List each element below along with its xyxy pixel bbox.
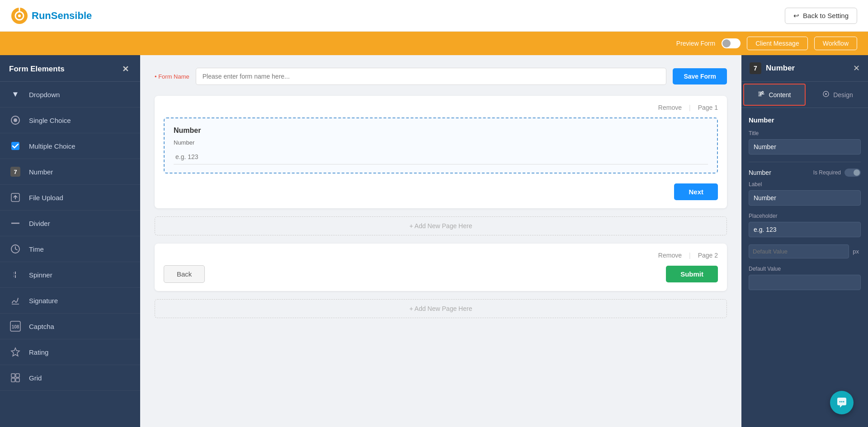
page2-buttons: Back Submit <box>164 265 718 283</box>
captcha-icon: 108 <box>9 320 22 333</box>
sidebar-item-signature[interactable]: Signature <box>0 288 140 314</box>
add-page-row-1[interactable]: + Add New Page Here <box>155 216 727 235</box>
back-to-setting-button[interactable]: ↩ Back to Setting <box>785 8 857 24</box>
svg-point-25 <box>841 401 843 403</box>
right-panel-body: Number Title Number Is Required Label Pl… <box>741 108 868 427</box>
center-content: • Form Name Save Form Remove | Page 1 Nu… <box>140 55 741 427</box>
page1-label: Page 1 <box>698 104 718 111</box>
number-card-input[interactable] <box>174 150 708 164</box>
sidebar-item-label: Single Choice <box>29 117 71 124</box>
left-sidebar: Form Elements ✕ ▼ Dropdown Single Choice… <box>0 55 140 427</box>
sidebar-item-file-upload[interactable]: File Upload <box>0 185 140 211</box>
logo-icon <box>11 7 28 24</box>
rp-label-input[interactable] <box>749 190 861 206</box>
rp-default-value2-group: Default Value <box>749 266 861 290</box>
rp-title-label: Title <box>749 130 861 136</box>
sidebar-item-spinner[interactable]: ↑↓ Spinner <box>0 262 140 288</box>
form-name-input[interactable] <box>196 68 667 85</box>
chat-bubble-button[interactable] <box>830 391 854 414</box>
top-header: RunSensible ↩ Back to Setting <box>0 0 868 32</box>
sidebar-item-dropdown[interactable]: ▼ Dropdown <box>0 82 140 108</box>
px-label: px <box>851 248 861 255</box>
workflow-button[interactable]: Workflow <box>814 37 857 50</box>
sidebar-item-grid[interactable]: Grid <box>0 365 140 391</box>
sidebar-item-label: Spinner <box>29 271 52 279</box>
orange-bar: Preview Form Client Message Workflow <box>0 32 868 55</box>
sidebar-close-button[interactable]: ✕ <box>119 63 131 75</box>
file-upload-icon <box>9 191 22 204</box>
rp-default-row: px <box>749 244 861 258</box>
is-required-label: Is Required <box>813 169 841 176</box>
tab-content[interactable]: Content <box>743 84 806 106</box>
sidebar-item-divider[interactable]: Divider <box>0 211 140 236</box>
back-button[interactable]: Back <box>164 265 205 283</box>
single-choice-icon <box>9 114 22 127</box>
right-panel-header: 7 Number ✕ <box>741 55 868 82</box>
preview-form-label: Preview Form <box>676 40 715 47</box>
rp-number-label: Number <box>749 169 771 176</box>
sidebar-title: Form Elements <box>9 65 65 74</box>
logo-text: RunSensible <box>32 10 92 22</box>
svg-point-23 <box>825 93 827 95</box>
pipe-divider2: | <box>689 252 691 259</box>
main-layout: Form Elements ✕ ▼ Dropdown Single Choice… <box>0 55 868 427</box>
sidebar-item-number[interactable]: 7 Number <box>0 159 140 185</box>
logo-area: RunSensible <box>11 7 92 24</box>
right-panel-title: 7 Number <box>750 62 795 74</box>
sidebar-item-label: File Upload <box>29 194 63 202</box>
svg-rect-19 <box>16 374 19 377</box>
form-name-row: • Form Name Save Form <box>155 68 727 85</box>
svg-point-24 <box>840 401 841 403</box>
rp-default-value-input[interactable] <box>749 275 861 290</box>
rp-default-value-label-input[interactable] <box>749 244 849 258</box>
time-icon <box>9 243 22 255</box>
right-tabs: Content Design <box>741 82 868 108</box>
sidebar-item-label: Number <box>29 168 53 176</box>
svg-point-2 <box>18 14 21 17</box>
sidebar-item-rating[interactable]: Rating <box>0 339 140 365</box>
sidebar-item-label: Time <box>29 245 44 253</box>
next-button[interactable]: Next <box>674 183 718 200</box>
svg-text:7: 7 <box>14 169 17 175</box>
tab-design[interactable]: Design <box>807 82 868 108</box>
page1-header-row: Remove | Page 1 <box>164 104 718 111</box>
number-card-title: Number <box>174 127 708 135</box>
content-tab-icon <box>758 90 765 99</box>
is-required-toggle[interactable] <box>844 169 861 177</box>
sidebar-item-multiple-choice[interactable]: Multiple Choice <box>0 133 140 159</box>
rp-label-group: Label <box>749 181 861 206</box>
preview-form-toggle[interactable] <box>722 38 741 48</box>
rp-title-input[interactable] <box>749 139 861 155</box>
chat-icon <box>836 397 848 408</box>
page2-label: Page 2 <box>698 252 718 259</box>
svg-marker-17 <box>11 348 19 356</box>
dropdown-icon: ▼ <box>9 88 22 101</box>
page1-section: Remove | Page 1 Number Number Next <box>155 96 727 208</box>
page2-remove-link[interactable]: Remove <box>658 252 682 259</box>
sidebar-item-label: Rating <box>29 348 48 356</box>
submit-button[interactable]: Submit <box>666 266 718 282</box>
page1-remove-link[interactable]: Remove <box>658 104 682 111</box>
sidebar-item-time[interactable]: Time <box>0 236 140 262</box>
rp-placeholder-input[interactable] <box>749 222 861 237</box>
add-page-row-2[interactable]: + Add New Page Here <box>155 299 727 318</box>
form-name-label: • Form Name <box>155 73 189 80</box>
sidebar-item-label: Grid <box>29 374 42 382</box>
sidebar-item-captcha[interactable]: 108 Captcha <box>0 314 140 339</box>
sidebar-header: Form Elements ✕ <box>0 55 140 82</box>
client-message-button[interactable]: Client Message <box>747 37 808 50</box>
svg-text:108: 108 <box>12 324 19 329</box>
spinner-icon: ↑↓ <box>9 268 22 281</box>
content-tab-label: Content <box>769 91 791 99</box>
sidebar-item-label: Multiple Choice <box>29 142 75 150</box>
rp-label-label: Label <box>749 181 861 188</box>
rp-default-value-group: px <box>749 244 861 258</box>
page2-section: Remove | Page 2 Back Submit <box>155 244 727 291</box>
rp-title-group: Title <box>749 130 861 155</box>
save-form-button[interactable]: Save Form <box>673 68 727 84</box>
sidebar-item-single-choice[interactable]: Single Choice <box>0 108 140 133</box>
svg-rect-20 <box>11 378 15 382</box>
right-panel-close-button[interactable]: ✕ <box>853 63 860 73</box>
sidebar-item-label: Divider <box>29 220 50 227</box>
grid-icon <box>9 371 22 384</box>
